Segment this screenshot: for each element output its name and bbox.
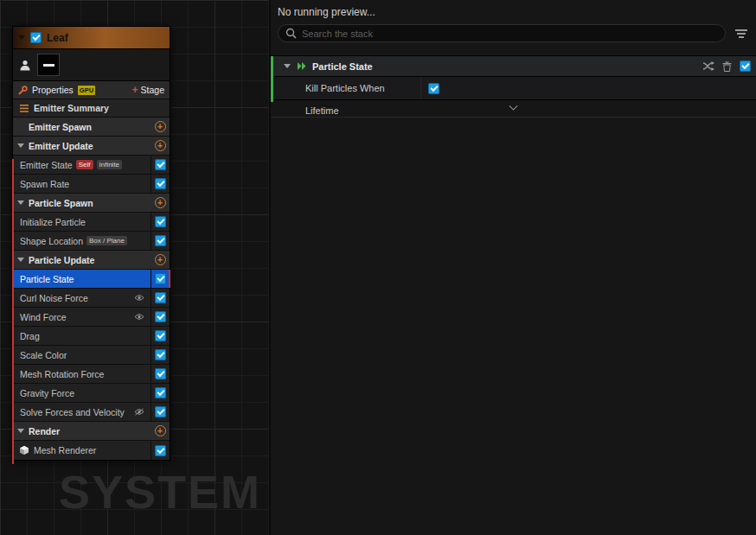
eye-icon[interactable] bbox=[134, 313, 144, 321]
shuffle-icon[interactable] bbox=[702, 61, 714, 71]
stack-group-render[interactable]: Render + bbox=[13, 422, 170, 441]
thumbnail-sprite bbox=[43, 64, 54, 67]
enabled-checkbox[interactable] bbox=[155, 368, 166, 379]
stack-details-section: Particle State bbox=[271, 55, 756, 118]
emitter-summary-label: Emitter Summary bbox=[34, 103, 109, 113]
eye-slash-icon[interactable] bbox=[134, 408, 144, 416]
niagara-editor: SYSTEM Leaf Properties bbox=[0, 0, 756, 535]
stack-module-mesh-rotation-force[interactable]: Mesh Rotation Force bbox=[13, 365, 170, 384]
enabled-checkbox[interactable] bbox=[155, 178, 166, 189]
stack-module-spawn-rate[interactable]: Spawn Rate bbox=[13, 175, 170, 194]
add-stage-button[interactable]: + Stage bbox=[132, 85, 164, 95]
enabled-checkbox[interactable] bbox=[155, 349, 166, 360]
enabled-checkbox[interactable] bbox=[155, 292, 166, 303]
enabled-checkbox[interactable] bbox=[155, 235, 166, 246]
self-badge: Self bbox=[76, 160, 93, 169]
wrench-icon bbox=[18, 86, 28, 95]
stack-module-emitter-state[interactable]: Emitter State Self Infinite bbox=[13, 156, 170, 175]
add-module-icon[interactable]: + bbox=[155, 140, 166, 151]
stack-rows: Emitter Spawn + Emitter Update + Emitter… bbox=[13, 118, 170, 460]
stack-module-solve-forces-and-velocity[interactable]: Solve Forces and Velocity bbox=[13, 403, 170, 422]
enabled-checkbox[interactable] bbox=[155, 159, 166, 170]
cube-icon bbox=[20, 446, 29, 455]
chevron-down-icon[interactable] bbox=[284, 64, 291, 68]
expander-row[interactable] bbox=[271, 100, 756, 118]
chevron-down-icon[interactable] bbox=[17, 258, 24, 262]
enabled-checkbox[interactable] bbox=[155, 311, 166, 322]
enabled-checkbox[interactable] bbox=[155, 273, 166, 284]
enabled-checkbox[interactable] bbox=[155, 406, 166, 417]
enabled-checkbox[interactable] bbox=[155, 330, 166, 341]
stack-module-curl-noise-force[interactable]: Curl Noise Force bbox=[13, 289, 170, 308]
canvas-watermark: SYSTEM bbox=[59, 465, 261, 519]
kill-particles-checkbox[interactable] bbox=[428, 83, 439, 94]
emitter-node-leaf[interactable]: Leaf Properties GPU + Stage bbox=[12, 26, 170, 461]
stack-search-input[interactable] bbox=[302, 29, 718, 39]
eye-icon[interactable] bbox=[134, 294, 144, 302]
shape-badge: Box / Plane bbox=[86, 236, 127, 245]
module-enabled-checkbox[interactable] bbox=[740, 61, 751, 72]
search-box[interactable] bbox=[278, 24, 726, 42]
stack-group-particle-spawn[interactable]: Particle Spawn + bbox=[13, 194, 170, 213]
search-row bbox=[271, 22, 756, 42]
add-module-icon[interactable]: + bbox=[155, 197, 166, 208]
enabled-checkbox[interactable] bbox=[155, 445, 166, 456]
emitter-summary-row[interactable]: Emitter Summary bbox=[13, 99, 170, 118]
chevron-down-icon[interactable] bbox=[17, 429, 24, 433]
gpu-badge: GPU bbox=[78, 86, 95, 95]
stack-module-scale-color[interactable]: Scale Color bbox=[13, 346, 170, 365]
infinite-badge: Infinite bbox=[97, 160, 123, 169]
search-icon bbox=[285, 28, 297, 39]
stack-module-wind-force[interactable]: Wind Force bbox=[13, 308, 170, 327]
enabled-checkbox[interactable] bbox=[155, 216, 166, 227]
stack-module-mesh-renderer[interactable]: Mesh Renderer bbox=[13, 441, 170, 460]
emitter-thumbnail[interactable] bbox=[37, 54, 60, 76]
stack-group-particle-update[interactable]: Particle Update + bbox=[13, 251, 170, 270]
preview-status-text: No running preview... bbox=[271, 0, 756, 22]
chevron-down-icon[interactable] bbox=[17, 201, 24, 205]
emitter-title: Leaf bbox=[47, 32, 68, 44]
add-renderer-icon[interactable]: + bbox=[155, 425, 166, 436]
node-graph-canvas[interactable]: SYSTEM Leaf Properties bbox=[0, 0, 269, 535]
emitter-thumbnail-row bbox=[13, 49, 170, 81]
summary-list-icon bbox=[20, 105, 29, 112]
stack-item-header-particle-state[interactable]: Particle State bbox=[271, 56, 756, 77]
stack-module-drag[interactable]: Drag bbox=[13, 327, 170, 346]
properties-row[interactable]: Properties GPU + Stage bbox=[13, 81, 170, 99]
property-row-kill-particles[interactable]: Kill Particles When Lifetime bbox=[271, 77, 756, 100]
stack-group-emitter-spawn[interactable]: Emitter Spawn + bbox=[13, 118, 170, 137]
stack-module-particle-state[interactable]: Particle State bbox=[13, 270, 170, 289]
chevron-down-icon bbox=[509, 102, 518, 111]
properties-label: Properties bbox=[32, 85, 74, 95]
selection-panel: No running preview... Par bbox=[271, 0, 756, 535]
enabled-checkbox[interactable] bbox=[155, 387, 166, 398]
stack-module-gravity-force[interactable]: Gravity Force bbox=[13, 384, 170, 403]
filter-icon[interactable] bbox=[734, 26, 749, 41]
module-script-icon bbox=[297, 61, 306, 71]
stack-module-initialize-particle[interactable]: Initialize Particle bbox=[13, 213, 170, 232]
user-icon bbox=[20, 60, 30, 71]
emitter-enabled-checkbox[interactable] bbox=[30, 32, 42, 43]
delete-icon[interactable] bbox=[722, 61, 732, 72]
stack-group-emitter-update[interactable]: Emitter Update + bbox=[13, 137, 170, 156]
stack-item-title: Particle State bbox=[312, 61, 373, 72]
add-module-icon[interactable]: + bbox=[155, 254, 166, 265]
property-label: Kill Particles When Lifetime bbox=[271, 77, 421, 99]
collapse-arrow-icon[interactable] bbox=[18, 35, 25, 40]
plus-icon: + bbox=[132, 86, 138, 94]
add-module-icon[interactable]: + bbox=[155, 121, 166, 132]
stack-module-shape-location[interactable]: Shape Location Box / Plane bbox=[13, 232, 170, 251]
chevron-down-icon[interactable] bbox=[17, 143, 24, 148]
emitter-header[interactable]: Leaf bbox=[13, 27, 170, 49]
issue-indicator-strip bbox=[12, 159, 14, 464]
module-color-strip bbox=[271, 56, 273, 102]
